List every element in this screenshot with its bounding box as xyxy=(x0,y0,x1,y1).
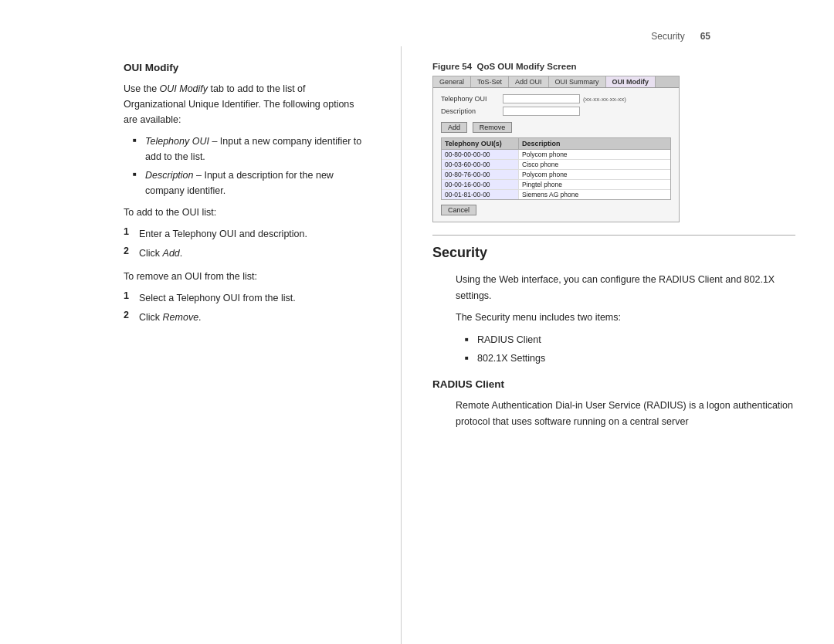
right-column: Figure 54 QoS OUI Modify Screen General … xyxy=(402,46,834,644)
remove-step-2: 2 Click Remove. xyxy=(124,310,362,325)
screenshot-tabs: General ToS-Set Add OUI OUI Summary OUI … xyxy=(433,76,679,88)
oui-modify-heading: OUI Modify xyxy=(124,62,362,73)
figure-container: Figure 54 QoS OUI Modify Screen General … xyxy=(432,62,795,222)
page-number: 65 xyxy=(700,31,710,42)
table-row: 00-80-76-00-00 Polycom phone xyxy=(442,170,670,180)
section-divider xyxy=(432,235,795,236)
intro-text: Use the OUI Modify tab to add to the lis… xyxy=(124,81,362,127)
figure-caption-text: QoS OUI Modify Screen xyxy=(477,62,577,71)
security-menu-list: RADIUS Client 802.1X Settings xyxy=(465,332,795,366)
option-telephony: Telephony OUI – Input a new company iden… xyxy=(133,134,362,164)
telephony-oui-label: Telephony OUI xyxy=(441,95,503,103)
add-step-2: 2 Click Add. xyxy=(124,246,362,261)
description-input xyxy=(503,107,580,116)
screenshot-body: Telephony OUI (xx-xx-xx-xx-xx) Descripti… xyxy=(433,88,679,222)
table-col2-header: Description xyxy=(519,138,627,149)
menu-item-8021x: 802.1X Settings xyxy=(465,351,795,367)
telephony-oui-hint: (xx-xx-xx-xx-xx) xyxy=(583,96,626,103)
security-heading: Security xyxy=(432,245,795,261)
tab-tos-set: ToS-Set xyxy=(471,76,509,87)
tab-oui-summary: OUI Summary xyxy=(549,76,606,87)
left-column: OUI Modify Use the OUI Modify tab to add… xyxy=(0,46,402,644)
table-body: 00-80-00-00-00 Polycom phone 00-03-60-00… xyxy=(441,150,671,200)
desc-cell: Polycom phone xyxy=(519,150,627,159)
table-row: 00-80-00-00-00 Polycom phone xyxy=(442,150,670,160)
oui-cell: 00-80-76-00-00 xyxy=(442,170,519,179)
options-list: Telephony OUI – Input a new company iden… xyxy=(133,134,362,198)
desc-cell: Cisco phone xyxy=(519,160,627,169)
remove-from-oui-label: To remove an OUI from the list: xyxy=(124,269,362,284)
oui-cell: 00-80-00-00-00 xyxy=(442,150,519,159)
menu-intro: The Security menu includes two items: xyxy=(432,310,795,326)
desc-cell: Siemens AG phone xyxy=(519,190,627,199)
cancel-button: Cancel xyxy=(441,205,476,215)
menu-item-radius: RADIUS Client xyxy=(465,332,795,348)
table-row: 00-01-81-00-00 Siemens AG phone xyxy=(442,190,670,199)
table-row: 00-03-60-00-00 Cisco phone xyxy=(442,160,670,170)
figure-caption: Figure 54 QoS OUI Modify Screen xyxy=(432,62,795,71)
button-row: Add Remove xyxy=(441,119,671,133)
tab-general: General xyxy=(433,76,471,87)
tab-oui-modify: OUI Modify xyxy=(606,76,656,87)
telephony-oui-row: Telephony OUI (xx-xx-xx-xx-xx) xyxy=(441,94,671,103)
section-label: Security xyxy=(651,31,684,42)
option-description: Description – Input a description for th… xyxy=(133,168,362,198)
desc-cell: Pingtel phone xyxy=(519,180,627,189)
tab-add-oui: Add OUI xyxy=(509,76,549,87)
oui-cell: 00-01-81-00-00 xyxy=(442,190,519,199)
add-step-1: 1 Enter a Telephony OUI and description. xyxy=(124,226,362,242)
remove-step-1: 1 Select a Telephony OUI from the list. xyxy=(124,290,362,306)
desc-cell: Polycom phone xyxy=(519,170,627,179)
add-button: Add xyxy=(441,122,467,133)
screenshot-box: General ToS-Set Add OUI OUI Summary OUI … xyxy=(432,76,680,222)
radius-text: Remote Authentication Dial-in User Servi… xyxy=(432,398,795,429)
table-row: 00-00-16-00-00 Pingtel phone xyxy=(442,180,670,190)
page-header: Security 65 xyxy=(651,31,710,42)
add-to-oui-label: To add to the OUI list: xyxy=(124,205,362,220)
telephony-oui-input xyxy=(503,94,580,103)
remove-button: Remove xyxy=(473,122,513,133)
radius-client-heading: RADIUS Client xyxy=(432,378,795,390)
description-row: Description xyxy=(441,107,671,116)
table-col1-header: Telephony OUI(s) xyxy=(442,138,519,149)
figure-caption-prefix: Figure 54 xyxy=(432,62,472,71)
table-header: Telephony OUI(s) Description xyxy=(441,137,671,150)
security-intro: Using the Web interface, you can configu… xyxy=(432,272,795,303)
oui-cell: 00-03-60-00-00 xyxy=(442,160,519,169)
description-label: Description xyxy=(441,107,503,115)
oui-cell: 00-00-16-00-00 xyxy=(442,180,519,189)
